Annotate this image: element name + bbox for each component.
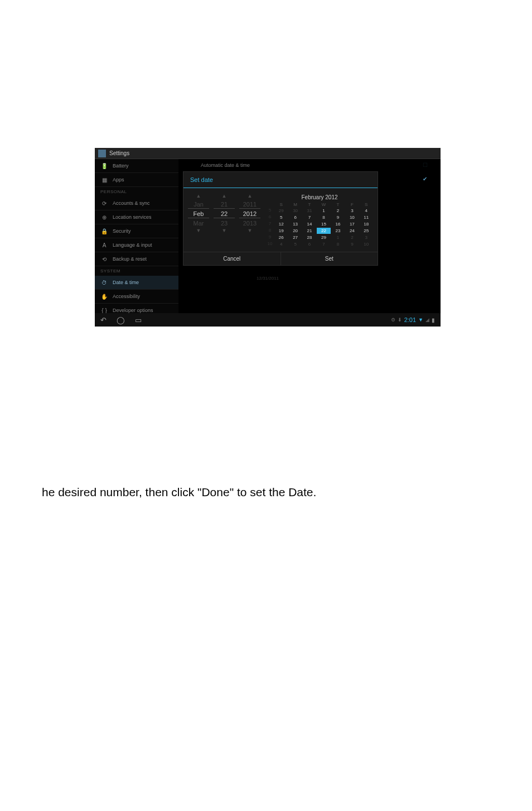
sidebar-item-security[interactable]: 🔒 Security xyxy=(95,224,178,238)
calendar-day[interactable]: 18 xyxy=(360,221,373,227)
sidebar-item-backup[interactable]: ⟲ Backup & reset xyxy=(95,252,178,266)
calendar-day[interactable]: 19 xyxy=(274,228,288,234)
wifi-icon: ▼ xyxy=(418,317,423,323)
calendar-day[interactable]: 11 xyxy=(360,214,373,220)
calendar-day[interactable]: 10 xyxy=(360,241,373,247)
cancel-button[interactable]: Cancel xyxy=(183,252,281,265)
calendar-day[interactable]: 30 xyxy=(288,208,302,214)
calendar-week-number: 6 xyxy=(266,214,274,220)
calendar-day[interactable]: 7 xyxy=(317,241,330,247)
settings-icon xyxy=(98,150,106,157)
calendar-day[interactable]: 16 xyxy=(331,221,345,227)
calendar-day[interactable]: 3 xyxy=(345,208,359,214)
sidebar-item-battery[interactable]: 🔋 Battery xyxy=(95,159,178,173)
chevron-up-icon[interactable]: ▲ xyxy=(248,193,253,199)
window-title: Settings xyxy=(109,150,129,156)
home-button[interactable]: ◯ xyxy=(117,316,125,324)
calendar-dow: T xyxy=(303,202,316,207)
calendar-day[interactable]: 2 xyxy=(331,208,345,214)
calendar-day[interactable]: 10 xyxy=(345,214,359,220)
calendar-day[interactable]: 8 xyxy=(331,241,345,247)
lock-icon: 🔒 xyxy=(100,227,108,235)
language-icon: A xyxy=(100,241,108,249)
calendar-week-number: 7 xyxy=(266,221,274,227)
calendar-day[interactable]: 31 xyxy=(303,208,316,214)
calendar-day[interactable]: 27 xyxy=(288,234,302,241)
signal-icon: ◢ xyxy=(425,317,429,323)
chevron-up-icon[interactable]: ▲ xyxy=(196,193,201,199)
calendar-day[interactable]: 29 xyxy=(317,234,330,241)
sidebar-item-language[interactable]: A Language & input xyxy=(95,238,178,252)
calendar-day[interactable]: 22 xyxy=(317,228,330,234)
calendar-day[interactable]: 6 xyxy=(288,214,302,220)
calendar-day[interactable]: 9 xyxy=(331,214,345,220)
set-date-dialog: Set date ▲ Jan Feb Mar ▼ xyxy=(183,171,378,266)
calendar-day[interactable]: 3 xyxy=(360,234,373,241)
chevron-down-icon[interactable]: ▼ xyxy=(222,227,227,234)
calendar-day[interactable]: 7 xyxy=(303,214,316,220)
sidebar-label: Developer options xyxy=(113,308,153,313)
date-spinners: ▲ Jan Feb Mar ▼ ▲ 21 22 23 xyxy=(188,193,266,247)
calendar-dow: S xyxy=(274,202,288,207)
calendar-week-number: 8 xyxy=(266,228,274,234)
chevron-down-icon[interactable]: ▼ xyxy=(248,227,253,234)
calendar-day[interactable]: 20 xyxy=(288,228,302,234)
recent-apps-button[interactable]: ▭ xyxy=(135,316,142,324)
calendar-day[interactable]: 2 xyxy=(345,234,359,241)
calendar-day[interactable]: 8 xyxy=(317,214,330,220)
sidebar-item-apps[interactable]: ▦ Apps xyxy=(95,173,178,187)
calendar-day[interactable]: 5 xyxy=(274,214,288,220)
month-spinner[interactable]: ▲ Jan Feb Mar ▼ xyxy=(188,193,209,247)
sidebar-label: Accounts & sync xyxy=(113,200,150,206)
calendar-day[interactable]: 5 xyxy=(288,241,302,247)
year-spinner[interactable]: ▲ 2011 2012 2013 ▼ xyxy=(239,193,260,247)
calendar-day[interactable]: 1 xyxy=(331,234,345,241)
settings-sidebar: 🔋 Battery ▦ Apps PERSONAL ⟳ Accounts & s… xyxy=(95,159,178,313)
clock: 2:01 xyxy=(404,316,416,323)
calendar-day[interactable]: 28 xyxy=(303,234,316,241)
day-spinner[interactable]: ▲ 21 22 23 ▼ xyxy=(214,193,235,247)
calendar-day[interactable]: 15 xyxy=(317,221,330,227)
sidebar-label: Apps xyxy=(113,177,124,183)
sidebar-label: Language & input xyxy=(113,242,152,248)
calendar-day[interactable]: 14 xyxy=(303,221,316,227)
calendar-day[interactable]: 9 xyxy=(345,241,359,247)
calendar-day[interactable]: 4 xyxy=(360,208,373,214)
chevron-up-icon[interactable]: ▲ xyxy=(222,193,227,199)
checkbox-dim: ☐ xyxy=(423,162,429,169)
calendar-day[interactable]: 23 xyxy=(331,228,345,234)
calendar-day[interactable]: 12 xyxy=(274,221,288,227)
backup-icon: ⟲ xyxy=(100,255,108,263)
chevron-down-icon[interactable]: ▼ xyxy=(196,227,201,234)
document-fragment: he desired number, then click "Done" to … xyxy=(42,486,316,499)
accessibility-icon: ✋ xyxy=(100,292,108,300)
sidebar-label: Location services xyxy=(113,214,152,220)
clock-icon: ⏱ xyxy=(100,279,108,286)
sidebar-item-accounts[interactable]: ⟳ Accounts & sync xyxy=(95,196,178,210)
sidebar-label: Battery xyxy=(113,163,129,169)
sidebar-label: Backup & reset xyxy=(113,256,147,262)
set-button[interactable]: Set xyxy=(281,252,378,265)
enabled-checkbox[interactable]: ✔ xyxy=(423,176,429,183)
status-area[interactable]: ⚙ ⬇ 2:01 ▼ ◢ ▮ xyxy=(391,316,435,323)
sidebar-item-accessibility[interactable]: ✋ Accessibility xyxy=(95,290,178,304)
calendar-day[interactable]: 13 xyxy=(288,221,302,227)
calendar-day[interactable]: 4 xyxy=(274,241,288,247)
calendar-day[interactable]: 6 xyxy=(303,241,316,247)
sidebar-item-datetime[interactable]: ⏱ Date & time xyxy=(95,276,178,290)
calendar-day[interactable]: 21 xyxy=(303,228,316,234)
calendar-day[interactable]: 26 xyxy=(274,234,288,241)
screenshot-container: Settings 🔋 Battery ▦ Apps PERSONAL ⟳ Acc… xyxy=(95,148,441,327)
back-button[interactable]: ↶ xyxy=(100,316,107,324)
calendar-day[interactable]: 24 xyxy=(345,228,359,234)
calendar-day[interactable]: 1 xyxy=(317,208,330,214)
sidebar-item-location[interactable]: ⊕ Location services xyxy=(95,210,178,224)
calendar-day[interactable]: 25 xyxy=(360,228,373,234)
calendar-day[interactable]: 29 xyxy=(274,208,288,214)
sidebar-label: Security xyxy=(113,228,131,234)
battery-icon: ▮ xyxy=(432,317,435,323)
calendar-dow: M xyxy=(288,202,302,207)
calendar-day[interactable]: 17 xyxy=(345,221,359,227)
battery-icon: 🔋 xyxy=(100,162,108,170)
underlay-date-text: 12/31/2011 xyxy=(257,276,279,281)
